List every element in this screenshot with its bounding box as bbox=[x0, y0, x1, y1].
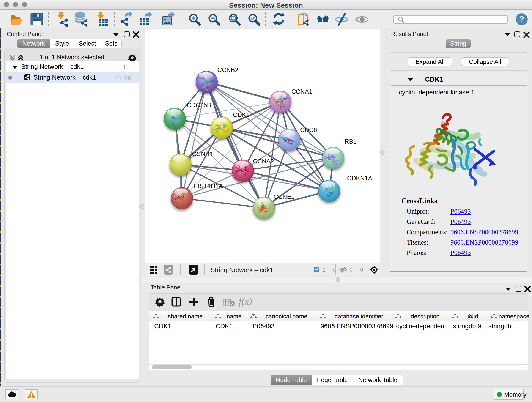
svg-text:RB1: RB1 bbox=[345, 138, 357, 145]
svg-text:CDK1: CDK1 bbox=[233, 111, 249, 118]
svg-text:CDKN1A: CDKN1A bbox=[347, 175, 372, 182]
svg-text:CCNE1: CCNE1 bbox=[273, 193, 295, 200]
svg-text:CCNA2: CCNA2 bbox=[253, 158, 274, 165]
svg-text:CCNA1: CCNA1 bbox=[291, 88, 312, 95]
svg-text:CCNB1: CCNB1 bbox=[192, 151, 213, 157]
svg-text:HIST1H1A: HIST1H1A bbox=[193, 183, 223, 190]
svg-text:CDC25B: CDC25B bbox=[187, 102, 211, 109]
svg-text:CCNB2: CCNB2 bbox=[217, 66, 239, 73]
svg-text:CDC6: CDC6 bbox=[300, 127, 317, 133]
